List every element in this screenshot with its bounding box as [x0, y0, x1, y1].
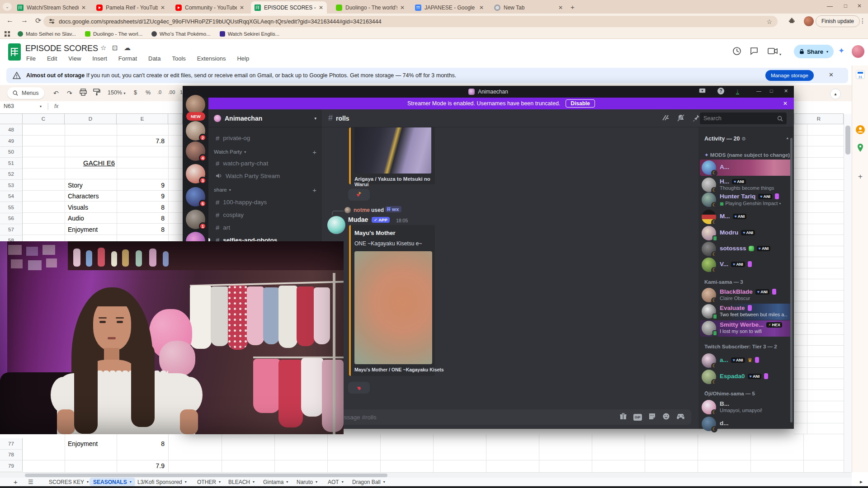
url-bar[interactable]: docs.google.com/spreadsheets/d/1ZUcg4ec_…: [43, 16, 778, 27]
side-panel-add-icon[interactable]: +: [856, 172, 865, 181]
sticker-icon[interactable]: [648, 413, 656, 422]
member-avatar[interactable]: ☾: [702, 210, 716, 224]
embed-title[interactable]: Mayu's Mother: [354, 230, 396, 236]
reaction-hearts[interactable]: ♥♥: [348, 382, 370, 394]
cell-d53[interactable]: Story: [68, 182, 83, 189]
discord-maximize-icon[interactable]: □: [770, 88, 773, 94]
tab-close-icon[interactable]: ✕: [160, 5, 165, 11]
disable-streamer-mode-button[interactable]: Disable: [566, 99, 595, 108]
sheet-tab[interactable]: L3/Kofi Sponsored▾: [134, 478, 190, 486]
member-name[interactable]: Modru♥ANI: [720, 229, 755, 236]
context-username[interactable]: notme: [354, 207, 370, 213]
category-watch-party[interactable]: Watch Party▾: [214, 149, 246, 155]
member-list-scrollbar[interactable]: [790, 138, 793, 422]
member-name[interactable]: V...♥ANI: [720, 261, 752, 267]
window-close-icon[interactable]: ✕: [857, 3, 862, 9]
create-channel-icon[interactable]: +: [312, 186, 316, 194]
print-icon[interactable]: [80, 89, 87, 97]
cell-d77[interactable]: Enjoyment: [68, 440, 98, 447]
reload-icon[interactable]: ⟳: [35, 16, 41, 25]
category-share[interactable]: share▾: [214, 187, 231, 192]
cell-d54[interactable]: Characters: [68, 192, 99, 200]
bookmark-item[interactable]: Duolingo - The worl...: [85, 31, 142, 37]
tab-search-button[interactable]: ⌄: [3, 3, 12, 11]
discord-close-icon[interactable]: ✕: [784, 88, 788, 94]
window-maximize-icon[interactable]: □: [844, 3, 847, 9]
menu-view[interactable]: View: [66, 54, 83, 63]
member-avatar[interactable]: ☾: [702, 400, 716, 414]
sheet-tab[interactable]: Gintama▾: [259, 478, 292, 486]
gemini-sparkle-icon[interactable]: ✦: [838, 46, 844, 56]
notifications-muted-icon[interactable]: [677, 114, 686, 123]
create-channel-icon[interactable]: +: [312, 148, 316, 156]
member-name[interactable]: B...: [720, 400, 729, 407]
row-header[interactable]: 49: [0, 136, 23, 147]
server-icon[interactable]: 3: [186, 164, 205, 183]
row-header[interactable]: 50: [0, 147, 23, 158]
menu-help[interactable]: Help: [235, 54, 251, 63]
row-header[interactable]: 55: [0, 202, 23, 213]
zoom-select[interactable]: 150% ▾: [108, 89, 125, 96]
contacts-icon[interactable]: [856, 125, 865, 134]
server-icon[interactable]: 4: [186, 141, 205, 161]
channel-art[interactable]: #art: [212, 221, 318, 233]
discord-search-input[interactable]: Search: [700, 113, 787, 124]
bookmark-star-icon[interactable]: ☆: [766, 18, 772, 25]
cell-e56[interactable]: 8: [116, 215, 165, 222]
tab-close-icon[interactable]: ✕: [479, 5, 484, 11]
member-avatar[interactable]: [702, 226, 716, 240]
maps-icon[interactable]: [856, 143, 865, 152]
toolbar-menus-search[interactable]: Menus: [7, 87, 44, 99]
sheet-tab[interactable]: OTHER▾: [193, 478, 224, 486]
vertical-scrollbar[interactable]: [844, 114, 852, 472]
format-percent-button[interactable]: %: [146, 89, 151, 96]
row-header[interactable]: 52: [0, 169, 23, 180]
row-header[interactable]: 51: [0, 158, 23, 169]
menu-extensions[interactable]: Extensions: [195, 54, 228, 63]
member-name[interactable]: A...: [720, 164, 729, 170]
horizontal-scrollbar-thumb[interactable]: [25, 474, 387, 477]
window-minimize-icon[interactable]: —: [827, 3, 833, 9]
add-sheet-button[interactable]: +: [14, 478, 18, 486]
server-header[interactable]: Animaechan ▾: [208, 109, 322, 127]
member-name[interactable]: a...♥ANI♛: [720, 357, 759, 363]
meet-video-icon[interactable]: ▾: [768, 47, 781, 57]
cell-d51-title[interactable]: GACHI E6: [83, 159, 115, 167]
menu-insert[interactable]: Insert: [90, 54, 109, 63]
format-currency-button[interactable]: $: [134, 89, 137, 96]
new-tab-button[interactable]: +: [571, 3, 575, 11]
vertical-scrollbar-thumb[interactable]: [845, 126, 850, 155]
discord-minimize-icon[interactable]: —: [756, 88, 761, 94]
member-name[interactable]: Hunter Tariq♥ANI: [720, 193, 779, 200]
member-avatar[interactable]: ☾: [702, 258, 716, 272]
member-name[interactable]: sotossss♥ANI: [720, 245, 770, 252]
channel-private-og[interactable]: #private-og: [212, 132, 318, 144]
browser-tab-active[interactable]: EPISODE SCORES - Google She✕: [251, 1, 327, 14]
menu-format[interactable]: Format: [117, 54, 139, 63]
sheet-tab[interactable]: Dragon Ball▾: [349, 478, 389, 486]
finish-update-button[interactable]: Finish update: [816, 15, 860, 27]
row-header[interactable]: 77: [0, 438, 23, 450]
discord-title-bar[interactable]: Animaechan ? ↓ — □ ✕: [183, 86, 794, 98]
back-icon[interactable]: ←: [6, 16, 14, 24]
row-header[interactable]: 79: [0, 460, 23, 472]
column-header-partial[interactable]: [168, 114, 183, 124]
gear-icon[interactable]: ⚙: [741, 136, 746, 141]
sheet-tab[interactable]: AOT▾: [324, 478, 347, 486]
member-name[interactable]: d...: [720, 420, 729, 427]
cell-d57[interactable]: Enjoyment: [68, 226, 98, 233]
channel-100-happy-days[interactable]: #100-happy-days: [212, 196, 318, 208]
paint-format-icon[interactable]: [93, 89, 100, 97]
tab-close-icon[interactable]: ✕: [400, 5, 405, 11]
row-header[interactable]: 57: [0, 224, 23, 235]
comments-icon[interactable]: [750, 47, 759, 57]
browser-tab[interactable]: Duolingo - The world's best wa✕: [332, 1, 408, 14]
row-header[interactable]: 56: [0, 213, 23, 225]
cell-e54[interactable]: 9: [116, 192, 165, 200]
cell-e79[interactable]: 7.9: [116, 462, 165, 469]
command-chip[interactable]: wx: [385, 206, 401, 212]
member-avatar[interactable]: ☾: [702, 417, 716, 431]
decrease-decimal-button[interactable]: .0: [157, 89, 161, 95]
tab-close-icon[interactable]: ✕: [319, 5, 323, 11]
row-header[interactable]: 78: [0, 450, 23, 461]
